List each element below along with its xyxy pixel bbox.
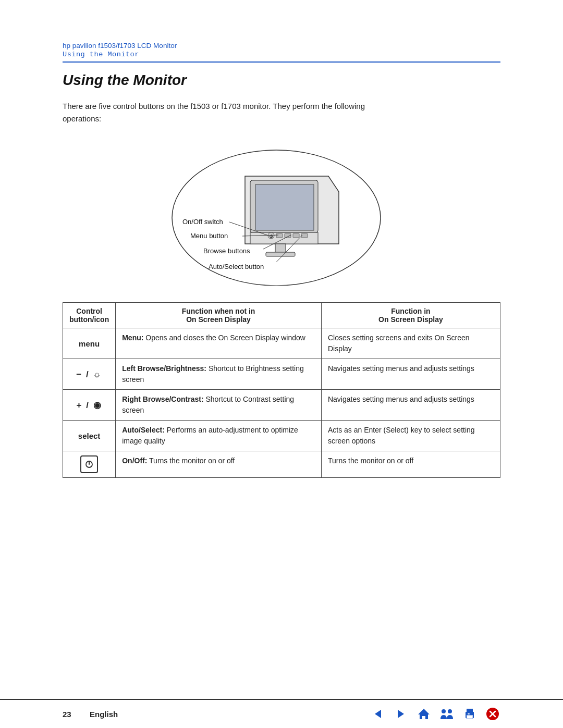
func-not-in-osd-brightness: Left Browse/Brightness: Shortcut to Brig…	[116, 359, 322, 390]
func-text-menu: Opens and closes the On Screen Display w…	[145, 334, 305, 342]
breadcrumb-section: Using the Monitor	[63, 51, 500, 58]
diagram-area: ⏻ On/Off switch Menu button Browse butto…	[63, 140, 500, 286]
intro-text: There are five control buttons on the f1…	[63, 100, 386, 125]
func-label-contrast: Right Browse/Contrast:	[122, 395, 203, 403]
menu-icon-text: menu	[79, 339, 100, 348]
func-not-in-osd-menu: Menu: Opens and closes the On Screen Dis…	[116, 328, 322, 359]
nav-home-button[interactable]	[416, 706, 432, 722]
footer-bar: 23 English	[0, 699, 563, 728]
svg-marker-23	[375, 710, 381, 718]
func-label-brightness: Left Browse/Brightness:	[122, 364, 206, 373]
table-row: + / ◉ Right Browse/Contrast: Shortcut to…	[63, 390, 500, 421]
footer-language: English	[90, 710, 370, 719]
nav-back-button[interactable]	[370, 706, 386, 722]
col-header-func-in: Function inOn Screen Display	[321, 303, 500, 328]
icon-cell-menu: menu	[63, 328, 116, 359]
svg-text:Browse buttons: Browse buttons	[203, 247, 250, 255]
footer-navigation-icons	[370, 706, 500, 722]
page-container: hp pavilion f1503/f1703 LCD Monitor Usin…	[0, 0, 563, 728]
svg-rect-4	[250, 232, 318, 244]
svg-point-26	[442, 709, 446, 713]
diagram-svg: ⏻ On/Off switch Menu button Browse butto…	[162, 140, 401, 286]
power-button-icon	[80, 455, 98, 473]
page-title: Using the Monitor	[63, 72, 500, 89]
svg-rect-7	[293, 233, 299, 238]
func-not-in-osd-contrast: Right Browse/Contrast: Shortcut to Contr…	[116, 390, 322, 421]
print-icon	[462, 707, 477, 721]
func-in-text-power: Turns the monitor on or off	[328, 456, 413, 465]
svg-marker-25	[418, 709, 430, 719]
nav-toc-button[interactable]	[439, 706, 455, 722]
power-icon-svg	[84, 460, 94, 469]
contrast-icon-text: + / ◉	[77, 400, 102, 410]
icon-cell-brightness: − / ☼	[63, 359, 116, 390]
svg-text:Menu button: Menu button	[190, 232, 228, 240]
toc-icon	[439, 707, 455, 721]
home-icon	[417, 707, 431, 721]
col-header-func-not-in: Function when not inOn Screen Display	[116, 303, 322, 328]
func-in-osd-contrast: Navigates setting menus and adjusts sett…	[321, 390, 500, 421]
svg-rect-31	[467, 715, 473, 719]
svg-rect-12	[266, 252, 295, 256]
func-label-menu: Menu:	[122, 334, 143, 342]
func-in-osd-select: Acts as an Enter (Select) key to select …	[321, 421, 500, 451]
table-row: On/Off: Turns the monitor on or off Turn…	[63, 451, 500, 478]
func-label-select: Auto/Select:	[122, 426, 165, 434]
svg-text:On/Off switch: On/Off switch	[182, 218, 223, 226]
svg-rect-29	[467, 709, 473, 713]
svg-rect-8	[301, 233, 308, 238]
breadcrumb-product: hp pavilion f1503/f1703 LCD Monitor	[63, 42, 500, 50]
svg-rect-3	[255, 184, 314, 230]
svg-text:Auto/Select button: Auto/Select button	[209, 263, 264, 270]
select-icon-text: select	[78, 431, 101, 440]
func-text-power: Turns the monitor on or off	[149, 456, 235, 465]
footer-page-number: 23	[63, 710, 83, 719]
icon-cell-power	[63, 451, 116, 478]
func-label-power: On/Off:	[122, 456, 147, 465]
monitor-diagram: ⏻ On/Off switch Menu button Browse butto…	[162, 140, 401, 286]
table-row: menu Menu: Opens and closes the On Scree…	[63, 328, 500, 359]
func-in-osd-power: Turns the monitor on or off	[321, 451, 500, 478]
func-in-osd-brightness: Navigates setting menus and adjusts sett…	[321, 359, 500, 390]
svg-rect-11	[275, 244, 286, 252]
header-area: hp pavilion f1503/f1703 LCD Monitor Usin…	[63, 42, 500, 63]
svg-rect-32	[468, 713, 470, 714]
close-icon	[485, 707, 500, 721]
svg-rect-5	[276, 233, 283, 238]
table-header-row: Controlbutton/icon Function when not inO…	[63, 303, 500, 328]
func-in-text-menu: Closes setting screens and exits On Scre…	[328, 334, 470, 353]
nav-forward-button[interactable]	[393, 706, 409, 722]
func-in-osd-menu: Closes setting screens and exits On Scre…	[321, 328, 500, 359]
table-row: select Auto/Select: Performs an auto-adj…	[63, 421, 500, 451]
forward-arrow-icon	[394, 707, 408, 721]
func-not-in-osd-select: Auto/Select: Performs an auto-adjustment…	[116, 421, 322, 451]
nav-close-button[interactable]	[485, 706, 500, 722]
brightness-icon-text: − / ☼	[76, 369, 102, 379]
func-in-text-contrast: Navigates setting menus and adjusts sett…	[328, 395, 474, 403]
col-header-control: Controlbutton/icon	[63, 303, 116, 328]
table-row: − / ☼ Left Browse/Brightness: Shortcut t…	[63, 359, 500, 390]
svg-marker-24	[398, 710, 404, 718]
icon-cell-select: select	[63, 421, 116, 451]
svg-point-27	[448, 709, 452, 713]
icon-cell-contrast: + / ◉	[63, 390, 116, 421]
controls-table: Controlbutton/icon Function when not inO…	[63, 302, 500, 478]
nav-print-button[interactable]	[462, 706, 478, 722]
func-in-text-brightness: Navigates setting menus and adjusts sett…	[328, 364, 474, 373]
func-in-text-select: Acts as an Enter (Select) key to select …	[328, 426, 475, 445]
func-not-in-osd-power: On/Off: Turns the monitor on or off	[116, 451, 322, 478]
back-arrow-icon	[371, 707, 385, 721]
